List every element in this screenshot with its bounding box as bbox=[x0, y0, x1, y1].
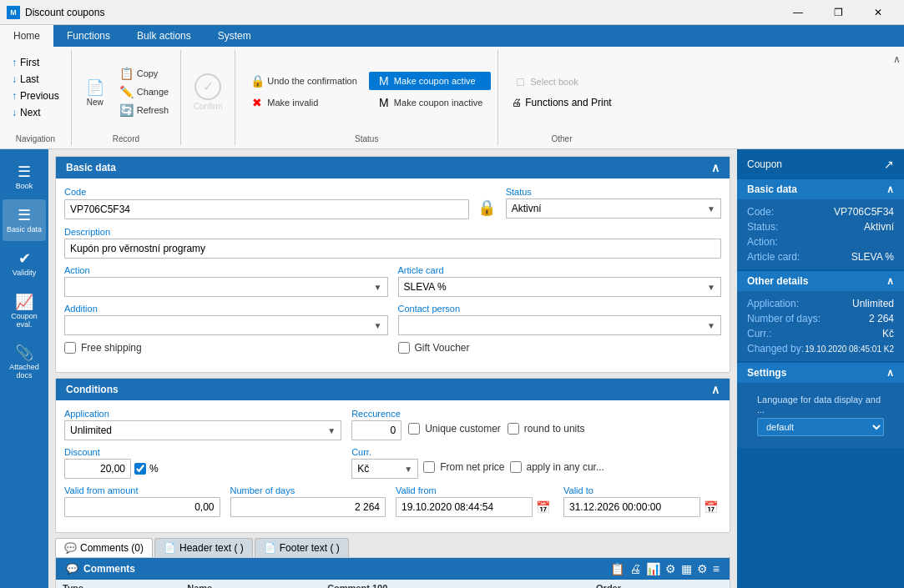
action-select[interactable]: ▼ bbox=[64, 277, 388, 297]
copy-icon: 📋 bbox=[120, 67, 134, 80]
sidebar-item-basic-data[interactable]: ☰ Basic data bbox=[3, 199, 46, 241]
unique-customer-checkbox[interactable] bbox=[408, 423, 420, 435]
basic-data-collapse-icon[interactable]: ∧ bbox=[711, 161, 720, 174]
previous-button[interactable]: ↑ Previous bbox=[7, 88, 64, 103]
sidebar-item-book[interactable]: ☰ Book bbox=[3, 156, 46, 198]
minimize-button[interactable]: — bbox=[779, 0, 817, 25]
select-book-button[interactable]: □ Select book bbox=[505, 73, 618, 91]
tab-comments[interactable]: 💬 Comments (0) bbox=[55, 538, 153, 557]
free-shipping-checkbox[interactable] bbox=[64, 342, 76, 354]
application-select[interactable]: ▼ bbox=[64, 420, 341, 440]
valid-to-calendar-icon[interactable]: 📅 bbox=[700, 500, 721, 514]
coupon-panel-title: Coupon bbox=[747, 158, 782, 170]
rp-application-row: Application: Unlimited bbox=[747, 296, 894, 311]
curr-dropdown-icon[interactable]: ▼ bbox=[399, 465, 417, 474]
valid-to-row: 📅 bbox=[563, 497, 721, 517]
rp-settings-header[interactable]: Settings ∧ bbox=[737, 363, 904, 383]
status-dropdown-icon[interactable]: ▼ bbox=[702, 204, 720, 214]
rp-basic-data-title: Basic data bbox=[747, 183, 797, 195]
valid-from-amount-group: Valid from amount bbox=[64, 485, 220, 517]
invalid-icon: ✖ bbox=[250, 96, 264, 109]
rp-basic-data-header[interactable]: Basic data ∧ bbox=[737, 179, 904, 199]
sidebar-item-coupon-eval[interactable]: 📈 Coupon eval. bbox=[3, 286, 46, 336]
article-card-select[interactable]: ▼ bbox=[398, 277, 722, 297]
valid-from-amount-input[interactable] bbox=[64, 497, 220, 517]
new-button[interactable]: 📄 New bbox=[78, 74, 112, 110]
close-button[interactable]: ✕ bbox=[859, 0, 897, 25]
restore-button[interactable]: ❐ bbox=[819, 0, 857, 25]
free-shipping-label: Free shipping bbox=[81, 342, 142, 354]
comments-menu-icon[interactable]: ≡ bbox=[713, 562, 720, 575]
comments-copy-icon[interactable]: 📋 bbox=[610, 562, 624, 575]
undo-confirmation-button[interactable]: 🔒 Undo the confirmation bbox=[242, 72, 366, 90]
ribbon-collapse-button[interactable]: ∧ bbox=[890, 50, 904, 145]
discount-pct-checkbox[interactable] bbox=[134, 463, 146, 475]
status-select[interactable]: ▼ bbox=[506, 199, 721, 219]
comments-tab-icon: 💬 bbox=[64, 542, 77, 554]
discount-input[interactable] bbox=[64, 459, 131, 479]
confirm-button[interactable]: ✓ Confirm bbox=[188, 70, 228, 114]
col-order: Order bbox=[589, 580, 730, 588]
next-button[interactable]: ↓ Next bbox=[7, 105, 64, 120]
application-dropdown-icon[interactable]: ▼ bbox=[322, 426, 341, 435]
tab-header-text[interactable]: 📄 Header text ( ) bbox=[154, 538, 253, 557]
conditions-collapse-icon[interactable]: ∧ bbox=[711, 383, 720, 396]
last-button[interactable]: ↓ Last bbox=[7, 72, 64, 87]
tab-home[interactable]: Home bbox=[0, 25, 53, 47]
header-text-tab-label: Header text ( ) bbox=[179, 542, 244, 554]
valid-to-input[interactable] bbox=[563, 497, 700, 517]
gift-voucher-checkbox[interactable] bbox=[398, 342, 410, 354]
number-of-days-input[interactable] bbox=[230, 497, 386, 517]
application-label: Application bbox=[64, 409, 341, 419]
make-active-button[interactable]: M Make coupon active bbox=[369, 72, 491, 90]
first-button[interactable]: ↑ First bbox=[7, 55, 64, 70]
curr-select[interactable]: ▼ bbox=[351, 459, 418, 479]
valid-from-amount-label: Valid from amount bbox=[64, 485, 220, 495]
sidebar-item-attached-docs[interactable]: 📎 Attached docs bbox=[3, 337, 46, 387]
sidebar-item-validity[interactable]: ✔ Validity bbox=[3, 243, 46, 284]
tab-bulk-actions[interactable]: Bulk actions bbox=[124, 25, 205, 47]
description-input[interactable] bbox=[64, 239, 721, 259]
comments-export-icon[interactable]: ⚙ bbox=[665, 562, 676, 575]
rp-lang-select[interactable]: default bbox=[757, 418, 884, 436]
tab-footer-text[interactable]: 📄 Footer text ( ) bbox=[255, 538, 349, 557]
make-invalid-button[interactable]: ✖ Make invalid bbox=[242, 93, 366, 112]
valid-from-input[interactable] bbox=[396, 497, 533, 517]
basic-data-card-header[interactable]: Basic data ∧ bbox=[56, 157, 730, 178]
refresh-button[interactable]: 🔄 Refresh bbox=[115, 102, 174, 118]
comments-settings-icon[interactable]: ⚙ bbox=[697, 562, 708, 575]
conditions-card-header[interactable]: Conditions ∧ bbox=[56, 379, 730, 400]
comments-chart-icon[interactable]: 📊 bbox=[646, 562, 660, 575]
code-status-row: Code 🔒 Status ▼ bbox=[64, 187, 721, 220]
functions-print-button[interactable]: 🖨 Functions and Print bbox=[505, 94, 618, 111]
unique-customer-label: Unique customer bbox=[425, 423, 501, 435]
status-label: Status bbox=[506, 187, 721, 197]
addition-select[interactable]: ▼ bbox=[64, 315, 388, 335]
apply-any-cur-checkbox[interactable] bbox=[510, 461, 522, 473]
comments-print-icon[interactable]: 🖨 bbox=[629, 562, 641, 575]
tab-functions[interactable]: Functions bbox=[53, 25, 124, 47]
addition-dropdown-icon[interactable]: ▼ bbox=[369, 321, 387, 330]
from-net-price-checkbox[interactable] bbox=[423, 461, 435, 473]
tab-system[interactable]: System bbox=[205, 25, 265, 47]
right-panel-external-link-icon[interactable]: ↗ bbox=[884, 158, 894, 171]
confirm-icon: ✓ bbox=[194, 73, 221, 100]
article-card-dropdown-icon[interactable]: ▼ bbox=[702, 283, 720, 292]
reccurrence-input[interactable] bbox=[351, 420, 401, 440]
action-dropdown-icon[interactable]: ▼ bbox=[369, 283, 387, 292]
round-to-units-checkbox[interactable] bbox=[508, 423, 519, 435]
rp-other-details-header[interactable]: Other details ∧ bbox=[737, 271, 904, 291]
comments-bars-icon[interactable]: ▦ bbox=[681, 562, 692, 575]
code-input[interactable] bbox=[64, 199, 469, 219]
contact-person-dropdown-icon[interactable]: ▼ bbox=[702, 321, 720, 330]
gift-voucher-col: Gift Voucher bbox=[398, 342, 722, 357]
rp-lang-label: Language for data display and ... bbox=[757, 395, 884, 415]
rp-settings-title-text: Settings bbox=[747, 367, 786, 379]
reccurrence-label: Reccurence bbox=[351, 409, 721, 419]
make-inactive-button[interactable]: M Make coupon inactive bbox=[369, 93, 491, 112]
contact-person-select[interactable]: ▼ bbox=[398, 315, 722, 335]
change-button[interactable]: ✏️ Change bbox=[115, 83, 174, 100]
copy-button[interactable]: 📋 Copy bbox=[115, 65, 174, 82]
valid-from-calendar-icon[interactable]: 📅 bbox=[533, 500, 553, 514]
valid-from-label: Valid from bbox=[396, 485, 553, 495]
